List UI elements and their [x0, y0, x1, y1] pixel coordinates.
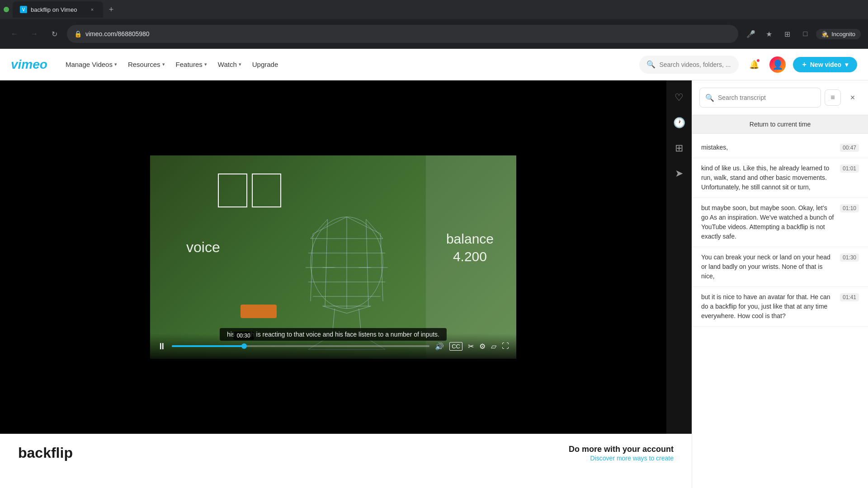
header-right: 🔍 🔔 👤 + New video ▾: [639, 56, 857, 74]
share-icon: ➤: [675, 168, 683, 179]
main-content: voice balance4.200 his mouth is reacting…: [0, 80, 868, 488]
transcript-item[interactable]: kind of like us. Like this, he already l…: [692, 158, 868, 198]
airplay-button[interactable]: ▱: [491, 342, 496, 351]
cc-button[interactable]: CC: [449, 342, 462, 351]
vimeo-logo[interactable]: vimeo: [11, 57, 47, 72]
extensions-icon[interactable]: ⊞: [780, 27, 794, 41]
fullscreen-button[interactable]: ⛶: [502, 342, 509, 350]
chevron-down-icon: ▾: [114, 61, 117, 67]
nav-upgrade-label: Upgrade: [252, 61, 278, 68]
lock-icon: 🔒: [74, 30, 82, 38]
tab-title: backflip on Vimeo: [31, 6, 85, 13]
video-orange-shape: [241, 305, 277, 318]
settings-button[interactable]: ⚙: [479, 342, 486, 351]
layers-button[interactable]: ⊞: [671, 140, 687, 156]
avatar-image: 👤: [772, 59, 783, 70]
tab-favicon: V: [20, 6, 27, 13]
nav-upgrade[interactable]: Upgrade: [252, 61, 278, 68]
like-button[interactable]: ♡: [671, 89, 687, 106]
transcript-item[interactable]: but it is nice to have an avatar for tha…: [692, 287, 868, 327]
browser-toolbar: ← → ↻ 🔒 vimeo.com/868805980 🎤 ★ ⊞ □ 🕵 In…: [0, 19, 868, 49]
video-title: backflip: [18, 445, 73, 461]
video-controls: ⏸ 00:30 🔊 CC ✂ ⚙ ▱ ⛶: [150, 333, 516, 359]
video-player-container[interactable]: voice balance4.200 his mouth is reacting…: [0, 80, 666, 434]
vimeo-header: vimeo Manage Videos ▾ Resources ▾ Featur…: [0, 49, 868, 80]
notification-button[interactable]: 🔔: [746, 56, 762, 73]
tab-bar: V backflip on Vimeo × +: [0, 0, 868, 19]
nav-resources[interactable]: Resources ▾: [128, 61, 165, 68]
svg-line-12: [311, 219, 327, 239]
transcript-item[interactable]: mistakes, 00:47: [692, 137, 868, 158]
history-button[interactable]: 🕐: [671, 115, 687, 131]
svg-line-15: [347, 217, 381, 234]
transcript-close-button[interactable]: ×: [844, 89, 861, 106]
transcript-text-2: but maybe soon, but maybe soon. Okay, le…: [701, 203, 835, 241]
window-icon[interactable]: □: [798, 27, 812, 41]
transcript-time-0: 00:47: [840, 144, 859, 152]
account-promo-link[interactable]: Discover more ways to create: [590, 455, 674, 462]
bottom-section: backflip Do more with your account Disco…: [0, 434, 692, 488]
user-avatar[interactable]: 👤: [769, 56, 786, 73]
nav-watch-label: Watch: [218, 61, 237, 68]
cast-icon[interactable]: 🎤: [744, 27, 758, 41]
transcript-search-input[interactable]: [718, 94, 815, 101]
transcript-item[interactable]: You can break your neck or land on your …: [692, 247, 868, 287]
header-search-input[interactable]: [659, 61, 731, 68]
header-search-box[interactable]: 🔍: [639, 56, 739, 74]
nav-watch[interactable]: Watch ▾: [218, 61, 241, 68]
share-button[interactable]: ➤: [671, 165, 687, 182]
refresh-button[interactable]: ↻: [47, 27, 61, 41]
account-promo-title: Do more with your account: [569, 445, 674, 454]
address-bar[interactable]: 🔒 vimeo.com/868805980: [67, 25, 738, 43]
chevron-down-icon: ▾: [204, 61, 207, 67]
clock-icon: 🕐: [673, 117, 685, 129]
nav-resources-label: Resources: [128, 61, 160, 68]
notification-badge: [756, 58, 760, 63]
new-video-button[interactable]: + New video ▾: [793, 57, 857, 72]
progress-bar[interactable]: 00:30: [172, 345, 429, 347]
transcript-item[interactable]: but maybe soon, but maybe soon. Okay, le…: [692, 198, 868, 247]
tab-group-indicator: [4, 7, 9, 12]
refresh-icon: ↻: [52, 30, 57, 38]
heart-icon: ♡: [675, 92, 684, 103]
incognito-button[interactable]: 🕵 Incognito: [816, 29, 861, 39]
toolbar-icons: 🎤 ★ ⊞ □ 🕵 Incognito: [744, 27, 861, 41]
active-tab[interactable]: V backflip on Vimeo ×: [13, 1, 103, 18]
chevron-down-icon: ▾: [239, 61, 241, 67]
forward-button[interactable]: →: [27, 27, 42, 41]
nav-features[interactable]: Features ▾: [176, 61, 207, 68]
svg-line-14: [313, 217, 347, 234]
transcript-text-0: mistakes,: [701, 143, 835, 152]
balance-text-overlay: balance4.200: [446, 230, 494, 265]
transcript-search-box[interactable]: 🔍: [699, 88, 821, 108]
layers-icon: ⊞: [675, 142, 683, 154]
video-frame: voice balance4.200 his mouth is reacting…: [150, 155, 516, 359]
pause-button[interactable]: ⏸: [157, 341, 166, 352]
progress-thumb: [241, 343, 247, 349]
transcript-time-2: 01:10: [840, 204, 859, 212]
transcript-text-4: but it is nice to have an avatar for tha…: [701, 292, 835, 321]
transcript-time-4: 01:41: [840, 293, 859, 301]
new-tab-button[interactable]: +: [105, 3, 118, 16]
tab-close-button[interactable]: ×: [89, 6, 96, 13]
volume-button[interactable]: 🔊: [435, 342, 444, 351]
chevron-down-icon: ▾: [162, 61, 165, 67]
progress-fill: [172, 345, 244, 347]
transcript-filter-button[interactable]: ≡: [825, 89, 841, 106]
clip-button[interactable]: ✂: [468, 342, 474, 351]
transcript-time-3: 01:30: [840, 253, 859, 262]
nav-manage-videos[interactable]: Manage Videos ▾: [66, 61, 117, 68]
back-icon: ←: [11, 30, 18, 38]
chevron-down-icon: ▾: [845, 61, 848, 68]
back-button[interactable]: ←: [7, 27, 22, 41]
svg-line-13: [366, 219, 383, 239]
new-video-label: New video: [810, 61, 841, 68]
vimeo-app: vimeo Manage Videos ▾ Resources ▾ Featur…: [0, 49, 868, 488]
transcript-time-1: 01:01: [840, 164, 859, 173]
svg-line-9: [366, 219, 368, 306]
return-to-current-time-button[interactable]: Return to current time: [692, 115, 868, 134]
video-area: voice balance4.200 his mouth is reacting…: [0, 80, 692, 488]
nav-manage-videos-label: Manage Videos: [66, 61, 113, 68]
nav-features-label: Features: [176, 61, 203, 68]
bookmark-icon[interactable]: ★: [762, 27, 776, 41]
